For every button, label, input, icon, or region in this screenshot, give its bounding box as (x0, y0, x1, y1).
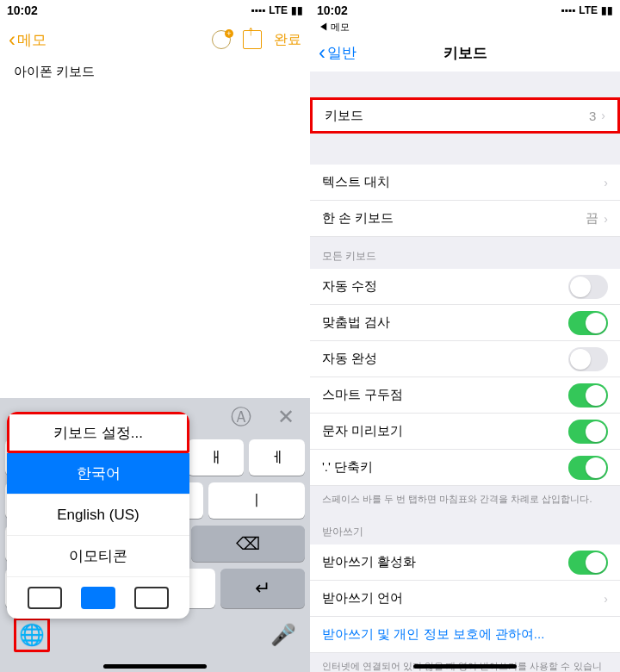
keyboard: Ⓐ ✕ ㅕㅑㅐㅔ ㅓㅏㅣ ㅜㅡ⌫ ↵ 🌐 🎤 키보드 설정... 한국어 Eng… (0, 398, 310, 672)
keyboards-cell[interactable]: 키보드 3› (310, 97, 620, 134)
keyboard-layout-left-icon[interactable] (28, 587, 62, 609)
home-indicator[interactable] (103, 664, 207, 669)
settings-navbar: ‹일반 키보드 (310, 34, 620, 72)
dictation-privacy-link[interactable]: 받아쓰기 및 개인 정보 보호에 관하여... (310, 617, 620, 653)
keyboard-settings-item[interactable]: 키보드 설정... (7, 412, 189, 453)
key[interactable]: ㅔ (249, 439, 305, 476)
collaborate-icon[interactable] (212, 30, 231, 49)
toggle-cell: 자동 완성 (310, 341, 620, 377)
back-button[interactable]: ‹메모 (9, 29, 46, 50)
share-icon[interactable] (243, 30, 262, 49)
dismiss-icon[interactable]: ✕ (277, 405, 294, 429)
toggle-label: 스마트 구두점 (322, 387, 403, 403)
globe-icon[interactable]: 🌐 (14, 618, 50, 652)
signal: ▪▪▪▪ LTE ▮▮ (251, 4, 303, 16)
one-handed-cell[interactable]: 한 손 키보드 끔› (310, 201, 620, 237)
toggle-switch[interactable] (568, 347, 608, 371)
signal: ▪▪▪▪ LTE ▮▮ (561, 4, 613, 16)
toggle-cell: 스마트 구두점 (310, 377, 620, 414)
footer-dictation: 인터넷에 연결되어 있지 않을 때 영어 받아쓰기를 사용할 수 있습니다. (310, 653, 620, 672)
key[interactable]: ㅣ (208, 482, 305, 519)
time: 10:02 (317, 3, 561, 17)
home-indicator[interactable] (413, 664, 517, 669)
dictation-enable-cell: 받아쓰기 활성화 (310, 544, 620, 581)
keyboard-lang-korean[interactable]: 한국어 (7, 453, 189, 495)
toggle-switch[interactable] (568, 311, 608, 335)
toggle-label: 맞춤법 검사 (322, 314, 390, 331)
chevron-right-icon: › (604, 176, 608, 190)
mic-icon[interactable]: 🎤 (270, 623, 296, 647)
group-header-dictation: 받아쓰기 (310, 513, 620, 544)
toggle-cell: '.' 단축키 (310, 450, 620, 486)
page-title: 키보드 (310, 43, 620, 63)
back-to-app[interactable]: ◀ 메모 (310, 21, 620, 34)
done-button[interactable]: 완료 (274, 31, 301, 49)
group-header-all: 모든 키보드 (310, 237, 620, 269)
chevron-right-icon: › (601, 109, 605, 122)
toggle-cell: 자동 수정 (310, 269, 620, 305)
toggle-switch[interactable] (568, 420, 608, 444)
keyboard-switcher-popup: 키보드 설정... 한국어 English (US) 이모티콘 (7, 412, 189, 619)
chevron-right-icon: › (604, 592, 608, 606)
dictation-toggle[interactable] (568, 551, 608, 575)
time: 10:02 (7, 3, 251, 17)
status-bar: 10:02 ▪▪▪▪ LTE ▮▮ (0, 0, 310, 21)
return-key[interactable]: ↵ (220, 569, 305, 608)
keyboard-lang-english[interactable]: English (US) (7, 495, 189, 536)
notes-navbar: ‹메모 완료 (0, 21, 310, 59)
toggle-switch[interactable] (568, 456, 608, 480)
note-content[interactable]: 아이폰 키보드 (0, 59, 310, 398)
status-bar: 10:02 ▪▪▪▪ LTE ▮▮ (310, 0, 620, 21)
keyboard-layout-icons (7, 577, 189, 619)
chevron-right-icon: › (604, 212, 608, 226)
toggle-cell: 문자 미리보기 (310, 414, 620, 450)
text-replacement-cell[interactable]: 텍스트 대치 › (310, 165, 620, 201)
key[interactable]: ㅐ (188, 439, 244, 476)
handwriting-icon[interactable]: Ⓐ (231, 403, 251, 431)
toggle-label: 자동 완성 (322, 351, 377, 367)
toggle-cell: 맞춤법 검사 (310, 305, 620, 341)
toggle-switch[interactable] (568, 275, 608, 299)
backspace-key[interactable]: ⌫ (191, 526, 305, 562)
back-button[interactable]: ‹일반 (319, 42, 356, 63)
toggle-label: 자동 수정 (322, 278, 377, 295)
keyboard-layout-full-icon[interactable] (81, 587, 115, 609)
settings-list[interactable]: 키보드 3› 텍스트 대치 › 한 손 키보드 끔› 모든 키보드 자동 수정맞… (310, 72, 620, 672)
toggle-label: '.' 단축키 (322, 459, 373, 476)
dictation-lang-cell[interactable]: 받아쓰기 언어 › (310, 581, 620, 617)
keyboard-layout-right-icon[interactable] (134, 587, 169, 609)
keyboard-lang-emoji[interactable]: 이모티콘 (7, 536, 189, 577)
settings-screen: 10:02 ▪▪▪▪ LTE ▮▮ ◀ 메모 ‹일반 키보드 키보드 3› 텍스… (310, 0, 620, 672)
notes-screen: 10:02 ▪▪▪▪ LTE ▮▮ ‹메모 완료 아이폰 키보드 Ⓐ ✕ ㅕㅑㅐ… (0, 0, 310, 672)
toggle-switch[interactable] (568, 383, 608, 408)
footer-space: 스페이스 바를 두 번 탭하면 마침표와 간격을 차례로 삽입합니다. (310, 486, 620, 513)
toggle-label: 문자 미리보기 (322, 423, 403, 439)
